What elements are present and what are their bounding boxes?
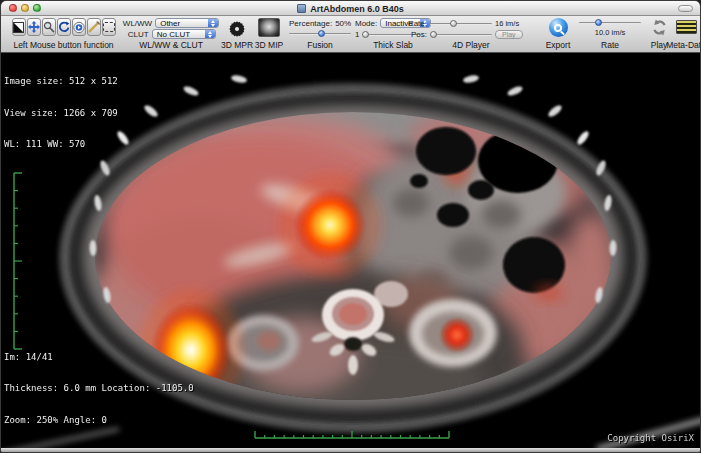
overlay-thickness-location: Thickness: 6.0 mm Location: -1105.0 [4,383,194,394]
rate-value: 10.0 im/s [595,28,625,37]
section-4d-player: Rate: 16 im/s Pos: Play 4D Player [407,18,535,52]
overlay-top-left: Image size: 512 x 512 View size: 1266 x … [4,55,118,171]
zoom-tool-button[interactable] [42,18,56,36]
section-metadata: Meta-Data [672,18,700,52]
popup-arrows-icon [205,30,215,38]
length-line-icon [88,21,100,33]
4d-rate-slider-knob[interactable] [450,20,457,27]
wlww-contrast-button[interactable] [12,18,26,36]
4d-rate-label: Rate: [407,19,427,28]
play-circle-icon [73,21,85,34]
toolbar: Left Mouse button function WL/WW Other C… [1,16,700,53]
vertical-scale-ruler [9,171,25,353]
play-label: Play [651,41,668,52]
overlay-image-size: Image size: 512 x 512 [4,76,118,87]
section-rate: 10.0 im/s Rate [579,18,641,52]
fusion-percentage-label: Percentage: [289,19,332,28]
4d-pos-slider[interactable] [430,30,492,39]
wlww-popup[interactable]: Other [155,18,219,28]
pan-button[interactable] [27,18,41,36]
section-export: Export [541,18,575,52]
mouse-section-label: Left Mouse button function [13,41,113,52]
wlww-popup-value: Other [160,19,180,28]
thick-slab-slider-knob[interactable] [362,31,369,38]
4d-player-section-label: 4D Player [452,41,489,52]
roi-selection-button[interactable] [102,18,116,36]
gear-icon [227,19,247,39]
rate-slider[interactable] [579,18,641,27]
mip-button[interactable] [258,18,280,37]
contrast-icon [13,22,24,33]
export-button[interactable] [549,18,568,37]
export-label: Export [546,41,571,52]
quicktime-export-icon [549,18,568,37]
osirix-viewer-window: ArtAbdomen 6.0 B40s [0,0,701,453]
magnifier-icon [43,21,55,33]
move-arrows-icon [28,21,40,33]
mip-thumbnail-icon [258,18,280,37]
clut-popup[interactable]: No CLUT [152,29,216,39]
copyright-label: Copyright OsiriX [607,433,694,444]
window-title: ArtAbdomen 6.0 B40s [310,4,404,14]
rotate-arrow-icon [58,21,70,33]
selection-rect-icon [103,22,115,32]
fusion-slider[interactable] [289,29,351,38]
thick-slab-mode-label: Mode: [355,19,377,28]
overlay-image-index: Im: 14/41 [4,352,194,363]
clut-label: CLUT [128,30,149,39]
window-bottom-edge [1,448,700,452]
overlay-wl-ww: WL: 111 WW: 570 [4,139,118,150]
titlebar: ArtAbdomen 6.0 B40s [1,1,700,16]
fusion-percentage-value: 50% [335,19,351,28]
rate-section-label: Rate [601,41,619,52]
measure-tool-button[interactable] [87,18,101,36]
play-button[interactable] [650,18,669,40]
overlay-view-size: View size: 1266 x 709 [4,108,118,119]
mpr-label: 3D MPR [221,41,253,52]
4d-pos-label: Pos: [407,30,427,39]
refresh-arrows-icon [650,18,669,37]
section-3d-mip: 3D MIP [253,18,285,52]
window-proxy-icon [297,4,306,13]
fusion-slider-knob[interactable] [318,30,325,37]
4d-rate-slider[interactable] [430,19,492,28]
popup-arrows-icon [208,19,218,27]
image-viewport[interactable]: Image size: 512 x 512 View size: 1266 x … [1,53,700,448]
section-3d-mpr: 3D MPR [222,18,252,52]
4d-rate-value: 16 im/s [495,19,519,28]
wlww-label: WL/WW [123,19,152,28]
rotate-tool-button[interactable] [57,18,71,36]
4d-play-button[interactable]: Play [495,30,523,39]
4d-pos-slider-knob[interactable] [430,31,437,38]
dicom-table-icon [676,20,697,34]
horizontal-scale-ruler [253,429,451,443]
mpr-button[interactable] [225,18,249,39]
scroll-series-button[interactable] [72,18,86,36]
clut-popup-value: No CLUT [157,30,190,39]
section-fusion: Percentage: 50% Fusion [289,18,351,52]
section-wlww-clut: WL/WW Other CLUT No CLUT WL/WW & CLUT [123,18,219,52]
overlay-bottom-left: Im: 14/41 Thickness: 6.0 mm Location: -1… [4,331,194,447]
thick-slab-slices-value: 1 [355,30,359,39]
toolbar-toggle-button[interactable] [678,5,693,12]
metadata-label: Meta-Data [666,41,701,52]
wlww-section-label: WL/WW & CLUT [139,41,203,52]
rate-slider-knob[interactable] [595,19,602,26]
mip-label: 3D MIP [255,41,283,52]
overlay-zoom-angle: Zoom: 250% Angle: 0 [4,415,194,426]
section-mouse-function: Left Mouse button function [7,18,120,52]
fusion-section-label: Fusion [307,41,333,52]
metadata-button[interactable] [676,18,697,34]
